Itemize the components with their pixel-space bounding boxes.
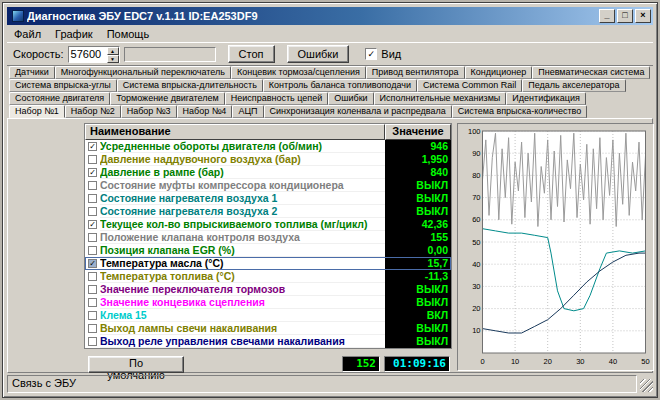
title-bar[interactable]: Диагностика ЭБУ EDC7 v.1.11 ID:EA253DF9 … — [7, 7, 653, 25]
x-tick-label: 10 — [511, 357, 519, 366]
spin-down-icon[interactable]: ▼ — [107, 55, 119, 63]
table-row[interactable]: Значение концевика сцепленияВЫКЛ — [85, 296, 451, 309]
tab-3-6[interactable]: Система впрыска-количество — [452, 105, 588, 118]
row-checkbox[interactable] — [88, 337, 97, 346]
y-tick-label: 100 — [468, 127, 481, 136]
elapsed-time: 01:09:16 — [384, 356, 450, 372]
table-row[interactable]: Выход лампы свечи накаливанияВЫКЛ — [85, 322, 451, 335]
row-checkbox[interactable]: ✓ — [88, 142, 97, 151]
tab-page: Наименование Значение ✓Усредненные оборо… — [7, 118, 653, 373]
table-row[interactable]: ✓Текущее кол-во впрыскиваемого топлива (… — [85, 218, 451, 231]
tab-2-2[interactable]: Неисправность цепей — [225, 92, 328, 105]
tab-2-5[interactable]: Идентификация — [506, 92, 585, 105]
row-checkbox[interactable] — [88, 324, 97, 333]
row-checkbox[interactable] — [88, 233, 97, 242]
menu-item-graph[interactable]: График — [48, 27, 100, 41]
param-value: ВЫКЛ — [385, 283, 451, 296]
app-icon — [12, 10, 24, 22]
param-value: 1,950 — [385, 153, 451, 166]
speed-slider[interactable] — [124, 47, 216, 62]
row-checkbox[interactable] — [88, 207, 97, 216]
speed-spinner[interactable]: ▲ ▼ — [107, 47, 119, 62]
table-row[interactable]: Клема 15ВКЛ — [85, 309, 451, 322]
tab-3-2[interactable]: Набор №3 — [121, 105, 177, 118]
column-header-name[interactable]: Наименование — [85, 124, 385, 140]
close-button[interactable]: × — [635, 9, 651, 23]
menu-item-help[interactable]: Помощь — [100, 27, 157, 41]
tab-row-1: ДатчикиМногофункциональный переключатель… — [7, 66, 653, 79]
tab-0-5[interactable]: Пневматическая система — [532, 66, 650, 79]
tab-0-0[interactable]: Датчики — [9, 66, 55, 79]
speed-label: Скорость: — [13, 48, 64, 60]
chart-panel: 01020304050102030405060708090100 — [457, 123, 654, 371]
table-row[interactable]: Положение клапана контроля воздуха155 — [85, 231, 451, 244]
row-checkbox[interactable] — [88, 285, 97, 294]
table-row[interactable]: Температура топлива (°C)-11,3 — [85, 270, 451, 283]
tab-1-1[interactable]: Система впрыска-длительность — [117, 79, 263, 92]
parameter-chart: 01020304050102030405060708090100 — [460, 126, 651, 368]
param-value: -11,3 — [385, 270, 451, 283]
row-checkbox[interactable] — [88, 194, 97, 203]
table-row[interactable]: Давление наддувочного воздуха (бар)1,950 — [85, 153, 451, 166]
row-checkbox[interactable] — [88, 155, 97, 164]
tab-2-1[interactable]: Торможение двигателем — [110, 92, 225, 105]
tab-3-1[interactable]: Набор №2 — [65, 105, 121, 118]
tab-1-3[interactable]: Система Common Rail — [417, 79, 522, 92]
table-row[interactable]: ✓Усредненные обороты двигателя (об/мин)9… — [85, 140, 451, 153]
tab-0-3[interactable]: Привод вентилятора — [366, 66, 465, 79]
param-label: Позиция клапана EGR (%) — [100, 244, 385, 257]
spin-up-icon[interactable]: ▲ — [107, 47, 119, 55]
param-label: Выход реле управления свечами накаливани… — [100, 335, 385, 348]
tab-row-4: Набор №1Набор №2Набор №3Набор №4АЦПСинхр… — [7, 105, 653, 118]
table-row[interactable]: Состояние нагревателя воздуха 2ВЫКЛ — [85, 205, 451, 218]
maximize-button[interactable]: □ — [617, 9, 633, 23]
row-checkbox[interactable] — [88, 311, 97, 320]
row-checkbox[interactable] — [88, 272, 97, 281]
speed-combo[interactable]: 57600 ▲ ▼ — [68, 46, 120, 63]
row-checkbox[interactable] — [88, 298, 97, 307]
param-label: Положение клапана контроля воздуха — [100, 231, 385, 244]
column-header-value[interactable]: Значение — [385, 124, 451, 140]
tab-3-0[interactable]: Набор №1 — [9, 105, 65, 118]
tab-0-1[interactable]: Многофункциональный переключатель — [55, 66, 231, 79]
row-checkbox[interactable] — [88, 181, 97, 190]
menu-item-file[interactable]: Файл — [7, 27, 48, 41]
stop-button[interactable]: Стоп — [228, 45, 275, 63]
resize-grip[interactable] — [640, 379, 653, 392]
minimize-button[interactable]: _ — [599, 9, 615, 23]
x-tick-label: 0 — [480, 357, 484, 366]
param-label: Усредненные обороты двигателя (об/мин) — [100, 140, 385, 153]
tab-1-0[interactable]: Система впрыска-углы — [9, 79, 117, 92]
tab-2-3[interactable]: Ошибки — [328, 92, 373, 105]
tab-0-2[interactable]: Концевик тормоза/сцепления — [231, 66, 366, 79]
row-checkbox[interactable]: ✓ — [88, 168, 97, 177]
table-row[interactable]: ✓Температура масла (°C)15,7 — [85, 257, 451, 270]
view-checkbox[interactable]: ✓ — [365, 48, 377, 60]
param-value: 42,36 — [385, 218, 451, 231]
y-tick-label: 60 — [472, 215, 480, 224]
table-row[interactable]: Выход реле управления свечами накаливани… — [85, 335, 451, 348]
table-row[interactable]: Значение переключателя тормозовВЫКЛ — [85, 283, 451, 296]
errors-button[interactable]: Ошибки — [287, 45, 350, 63]
row-checkbox[interactable]: ✓ — [88, 220, 97, 229]
param-label: Текущее кол-во впрыскиваемого топлива (м… — [100, 218, 385, 231]
table-row[interactable]: Состояние нагревателя воздуха 1ВЫКЛ — [85, 192, 451, 205]
tab-3-4[interactable]: АЦП — [232, 105, 263, 118]
tab-2-4[interactable]: Исполнительные механизмы — [374, 92, 507, 105]
tab-3-5[interactable]: Синхронизация коленвала и распредвала — [264, 105, 452, 118]
x-tick-label: 20 — [544, 357, 552, 366]
tab-3-3[interactable]: Набор №4 — [177, 105, 233, 118]
default-button[interactable]: По умолчанию — [88, 356, 184, 373]
table-row[interactable]: Состояние муфты компрессора кондиционера… — [85, 179, 451, 192]
table-row[interactable]: Позиция клапана EGR (%)0,00 — [85, 244, 451, 257]
param-value: ВЫКЛ — [385, 296, 451, 309]
y-tick-label: 80 — [472, 171, 480, 180]
row-checkbox[interactable] — [88, 246, 97, 255]
tab-0-4[interactable]: Кондиционер — [465, 66, 533, 79]
row-checkbox[interactable]: ✓ — [88, 259, 97, 268]
table-row[interactable]: ✓Давление в рампе (бар)840 — [85, 166, 451, 179]
tab-2-0[interactable]: Состояние двигателя — [9, 92, 110, 105]
param-value: ВЫКЛ — [385, 192, 451, 205]
tab-1-2[interactable]: Контроль баланса топливоподачи — [263, 79, 417, 92]
tab-1-4[interactable]: Педаль акселератора — [522, 79, 625, 92]
